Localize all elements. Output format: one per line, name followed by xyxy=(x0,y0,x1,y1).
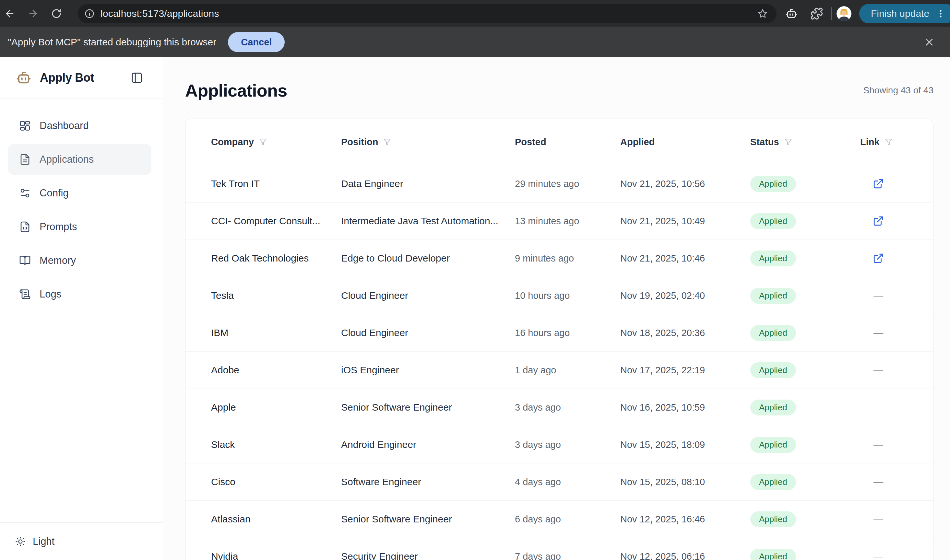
table-row: IBM Cloud Engineer 16 hours ago Nov 18, … xyxy=(185,314,933,352)
close-icon xyxy=(924,36,935,48)
sidebar-item-config[interactable]: Config xyxy=(8,178,151,208)
cell-status: Applied xyxy=(750,176,860,192)
cell-position: Senior Software Engineer xyxy=(341,514,515,525)
filter-icon[interactable] xyxy=(884,138,893,146)
sidebar-item-prompts[interactable]: Prompts xyxy=(8,212,151,242)
filter-icon[interactable] xyxy=(784,138,793,146)
cell-position: Android Engineer xyxy=(341,439,515,450)
sidebar-nav: Dashboard Applications Config Prompts Me… xyxy=(0,99,163,313)
sidebar-item-memory[interactable]: Memory xyxy=(8,245,151,276)
site-info-icon[interactable] xyxy=(84,8,95,19)
browser-menu-icon[interactable] xyxy=(936,9,945,18)
finish-update-button[interactable]: Finish update xyxy=(859,4,950,23)
cell-company: Tesla xyxy=(211,290,341,301)
no-link-dash: — xyxy=(873,327,883,338)
column-header-posted[interactable]: Posted xyxy=(515,137,620,148)
extensions-button[interactable] xyxy=(808,5,826,23)
status-badge: Applied xyxy=(750,288,796,304)
panel-left-icon xyxy=(131,72,143,84)
theme-toggle-label: Light xyxy=(33,536,54,548)
external-link-icon[interactable] xyxy=(873,253,884,264)
cell-status: Applied xyxy=(750,474,860,490)
sidebar-item-label: Applications xyxy=(40,154,94,165)
filter-icon[interactable] xyxy=(383,138,391,146)
robot-extension-icon xyxy=(785,7,798,20)
column-header-status[interactable]: Status xyxy=(750,137,860,148)
results-count: Showing 43 of 43 xyxy=(864,85,933,95)
table-row: Apple Senior Software Engineer 3 days ag… xyxy=(185,389,933,426)
sidebar-item-dashboard[interactable]: Dashboard xyxy=(8,111,151,141)
cell-posted: 9 minutes ago xyxy=(515,253,620,264)
config-sliders-icon xyxy=(19,187,31,199)
column-header-position[interactable]: Position xyxy=(341,137,515,148)
sidebar-item-label: Memory xyxy=(40,255,76,266)
cell-link xyxy=(860,215,896,226)
cell-applied: Nov 21, 2025, 10:56 xyxy=(620,178,750,189)
page-header: Applications Showing 43 of 43 xyxy=(185,80,933,100)
cell-position: Intermediate Java Test Automation... xyxy=(341,215,515,226)
external-link-icon[interactable] xyxy=(873,215,884,226)
sidebar-item-applications[interactable]: Applications xyxy=(8,144,151,175)
table-row: Slack Android Engineer 3 days ago Nov 15… xyxy=(185,426,933,463)
no-link-dash: — xyxy=(873,514,883,525)
cell-status: Applied xyxy=(750,400,860,415)
cell-company: Apple xyxy=(211,402,341,413)
theme-toggle[interactable]: Light xyxy=(0,522,163,560)
url-bar[interactable]: localhost:5173/applications xyxy=(78,4,776,23)
cell-posted: 6 days ago xyxy=(515,514,620,525)
sun-icon xyxy=(15,536,26,547)
filter-icon[interactable] xyxy=(259,138,267,146)
profile-avatar[interactable] xyxy=(836,6,851,21)
status-badge: Applied xyxy=(750,474,796,490)
browser-forward-button[interactable] xyxy=(26,6,40,21)
cell-company: Red Oak Technologies xyxy=(211,253,341,264)
sidebar-item-logs[interactable]: Logs xyxy=(8,279,151,309)
cell-company: Nvidia xyxy=(211,551,341,560)
external-link-icon[interactable] xyxy=(873,178,884,189)
no-link-dash: — xyxy=(873,402,883,413)
column-header-company[interactable]: Company xyxy=(211,137,341,148)
close-banner-button[interactable] xyxy=(921,34,937,50)
sidebar-item-label: Logs xyxy=(40,288,61,300)
cell-applied: Nov 19, 2025, 02:40 xyxy=(620,290,750,301)
cell-position: Senior Software Engineer xyxy=(341,402,515,413)
toolbar-separator xyxy=(831,7,832,20)
cell-applied: Nov 21, 2025, 10:49 xyxy=(620,216,750,226)
column-header-applied[interactable]: Applied xyxy=(620,137,750,148)
cell-posted: 29 minutes ago xyxy=(515,178,620,189)
cell-link: — xyxy=(860,439,896,450)
app-title: Apply Bot xyxy=(40,71,94,85)
applications-file-icon xyxy=(19,154,31,165)
apply-bot-extension-button[interactable] xyxy=(782,5,801,23)
cell-company: Cisco xyxy=(211,476,341,488)
column-header-link[interactable]: Link xyxy=(860,137,933,148)
table-row: Atlassian Senior Software Engineer 6 day… xyxy=(185,501,933,538)
cell-status: Applied xyxy=(750,362,860,378)
browser-reload-button[interactable] xyxy=(49,6,63,21)
cancel-debug-button[interactable]: Cancel xyxy=(228,32,285,52)
sidebar-item-label: Prompts xyxy=(40,221,77,233)
sidebar-collapse-button[interactable] xyxy=(130,71,144,85)
no-link-dash: — xyxy=(873,365,883,375)
bookmark-star-icon[interactable] xyxy=(757,8,768,19)
cell-position: iOS Engineer xyxy=(341,365,515,375)
cell-applied: Nov 17, 2025, 22:19 xyxy=(620,365,750,375)
cell-posted: 4 days ago xyxy=(515,477,620,488)
sidebar-item-label: Config xyxy=(40,187,69,199)
browser-back-button[interactable] xyxy=(3,6,17,21)
table-row: Adobe iOS Engineer 1 day ago Nov 17, 202… xyxy=(185,352,933,389)
cell-status: Applied xyxy=(750,288,860,304)
cell-applied: Nov 18, 2025, 20:36 xyxy=(620,328,750,338)
cell-link: — xyxy=(860,551,896,560)
no-link-dash: — xyxy=(873,290,883,301)
cell-position: Data Engineer xyxy=(341,178,515,189)
cell-applied: Nov 12, 2025, 06:16 xyxy=(620,551,750,560)
table-row: Nvidia Security Engineer 7 days ago Nov … xyxy=(185,538,933,560)
cell-link: — xyxy=(860,514,896,525)
debug-banner: "Apply Bot MCP" started debugging this b… xyxy=(0,27,950,57)
page-title: Applications xyxy=(185,80,287,100)
cell-posted: 3 days ago xyxy=(515,402,620,413)
cell-applied: Nov 16, 2025, 10:59 xyxy=(620,402,750,413)
cell-position: Software Engineer xyxy=(341,476,515,488)
cell-link xyxy=(860,178,896,189)
